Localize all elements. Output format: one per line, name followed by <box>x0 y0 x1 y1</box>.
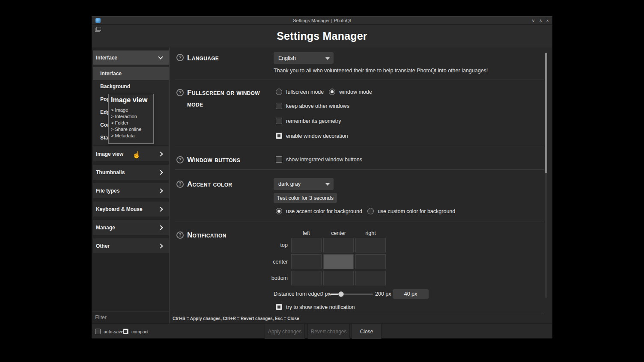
help-icon[interactable]: ? <box>176 156 184 163</box>
notif-cell-center-left[interactable] <box>291 254 322 269</box>
scrollbar-handle[interactable] <box>545 53 547 173</box>
checkbox-integrated-buttons[interactable]: show integrated window buttons <box>276 156 362 163</box>
grid-col-label: center <box>323 230 354 236</box>
section-title-mode: Fullscreen or window mode <box>187 87 271 110</box>
checkbox-box[interactable] <box>95 329 101 334</box>
radio-use-accent-color[interactable]: use accent color for background <box>276 208 362 214</box>
notif-cell-bottom-right[interactable] <box>355 271 386 285</box>
chevron-right-icon <box>158 207 163 211</box>
section-title-accent-color: Accent color <box>187 178 232 190</box>
notification-position-grid: left center right top center bottom <box>257 228 386 285</box>
section-title-window-buttons: Window buttons <box>187 154 240 166</box>
tooltip-item: > Metadata <box>111 133 153 139</box>
popout-icon[interactable] <box>95 28 100 32</box>
tooltip-item: > Folder <box>111 120 153 126</box>
sidebar-subitem-interface[interactable]: Interface <box>93 67 169 80</box>
subitem-label: Interface <box>100 71 122 77</box>
section-divider <box>175 222 544 222</box>
close-button[interactable]: Close <box>352 324 382 339</box>
checkbox-label[interactable]: auto-save <box>104 329 123 334</box>
window-controls: ∨ ∧ × <box>531 17 549 24</box>
checkbox-window-decoration[interactable]: enable window decoration <box>276 132 348 139</box>
chevron-right-icon <box>158 243 163 248</box>
sidebar-item-label: Keyboard & Mouse <box>96 206 143 212</box>
checkbox-label[interactable]: enable window decoration <box>286 133 348 139</box>
checkbox-native-notification[interactable]: try to show native notification <box>276 303 355 311</box>
checkbox-box[interactable] <box>276 133 282 139</box>
checkbox-auto-save[interactable]: auto-save <box>95 324 123 339</box>
apply-changes-button[interactable]: Apply changes <box>265 324 305 339</box>
notif-cell-bottom-left[interactable] <box>291 271 322 285</box>
checkbox-box[interactable] <box>276 118 282 124</box>
radio-circle[interactable] <box>276 89 282 95</box>
checkbox-box[interactable] <box>123 329 128 334</box>
radio-label[interactable]: use custom color for background <box>378 208 455 214</box>
tooltip-title: Image view <box>111 96 153 104</box>
radio-window-mode[interactable]: window mode <box>329 89 372 95</box>
sidebar-item-interface[interactable]: Interface <box>93 50 169 65</box>
radio-fullscreen-mode[interactable]: fullscreen mode <box>276 89 324 95</box>
tooltip-item: > Image <box>111 107 153 113</box>
grid-row-label: center <box>257 259 289 265</box>
checkbox-label[interactable]: keep above other windows <box>286 103 349 109</box>
sidebar-item-label: Interface <box>96 55 117 61</box>
radio-label[interactable]: fullscreen mode <box>286 89 324 95</box>
section-divider <box>175 80 544 80</box>
settings-window: Settings Manager | PhotoQt ∨ ∧ × Setting… <box>92 16 552 338</box>
sidebar-item-keyboard-mouse[interactable]: Keyboard & Mouse <box>93 202 169 217</box>
notif-cell-top-right[interactable] <box>355 238 386 252</box>
notif-cell-center-center[interactable] <box>323 254 354 269</box>
chevron-right-icon <box>158 151 163 156</box>
test-color-button[interactable]: Test color for 3 seconds <box>274 193 337 203</box>
radio-label[interactable]: use accent color for background <box>286 208 362 214</box>
revert-changes-button[interactable]: Revert changes <box>307 324 350 339</box>
titlebar[interactable]: Settings Manager | PhotoQt ∨ ∧ × <box>92 17 552 25</box>
filter-input[interactable] <box>92 312 170 323</box>
minimize-icon[interactable]: ∨ <box>531 17 535 24</box>
checkbox-remember-geometry[interactable]: remember its geometry <box>276 117 341 125</box>
radio-circle[interactable] <box>276 208 282 214</box>
help-icon[interactable]: ? <box>176 54 184 61</box>
distance-slider[interactable] <box>330 290 373 299</box>
section-divider <box>175 169 544 170</box>
radio-label[interactable]: window mode <box>339 89 372 95</box>
sidebar-item-file-types[interactable]: File types <box>93 183 169 198</box>
help-icon[interactable]: ? <box>176 181 184 188</box>
sidebar-item-thumbnails[interactable]: Thumbnails <box>93 165 169 180</box>
maximize-icon[interactable]: ∧ <box>539 17 543 24</box>
slider-handle[interactable] <box>338 291 344 297</box>
radio-circle[interactable] <box>329 89 335 95</box>
checkbox-label[interactable]: remember its geometry <box>286 118 341 124</box>
notif-cell-center-right[interactable] <box>355 254 386 269</box>
help-icon[interactable]: ? <box>176 89 184 96</box>
subitem-label: Background <box>100 83 130 89</box>
scrollbar-track[interactable] <box>545 53 547 298</box>
distance-min-label: 0 px <box>320 291 331 297</box>
notif-cell-top-center[interactable] <box>323 238 354 252</box>
sidebar-subitem-background[interactable]: Background <box>93 80 169 93</box>
checkbox-label[interactable]: show integrated window buttons <box>286 157 362 163</box>
tooltip-item: > Interaction <box>111 113 153 120</box>
radio-use-custom-color[interactable]: use custom color for background <box>367 208 455 214</box>
checkbox-keep-above[interactable]: keep above other windows <box>276 102 349 110</box>
language-dropdown[interactable]: English <box>274 52 334 64</box>
checkbox-box[interactable] <box>276 103 282 109</box>
sidebar-item-other[interactable]: Other <box>93 238 169 253</box>
checkbox-compact[interactable]: compact <box>123 324 149 339</box>
radio-circle[interactable] <box>367 208 374 214</box>
checkbox-label[interactable]: try to show native notification <box>286 304 355 310</box>
section-divider <box>175 146 544 146</box>
notif-cell-bottom-center[interactable] <box>323 271 354 285</box>
close-icon[interactable]: × <box>546 17 549 24</box>
checkbox-label[interactable]: compact <box>131 329 149 334</box>
notif-cell-top-left[interactable] <box>291 238 322 252</box>
checkbox-box[interactable] <box>276 156 282 163</box>
mode-radio-group: fullscreen mode window mode <box>276 88 372 95</box>
sidebar-item-image-view[interactable]: Image view <box>93 146 169 161</box>
accent-color-dropdown[interactable]: dark gray <box>274 178 334 190</box>
checkbox-box[interactable] <box>276 304 282 310</box>
sidebar-item-manage[interactable]: Manage <box>93 220 169 235</box>
distance-value-box[interactable]: 40 px <box>393 289 429 299</box>
bottom-bar: auto-save compact Apply changes Revert c… <box>92 323 552 338</box>
help-icon[interactable]: ? <box>176 231 184 239</box>
